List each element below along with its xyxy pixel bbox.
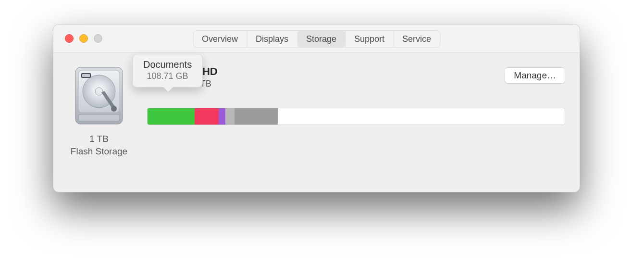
storage-segment-other2[interactable] bbox=[235, 108, 277, 125]
drive-capacity: 1 TB bbox=[63, 133, 135, 145]
tooltip-size: 108.71 GB bbox=[143, 71, 192, 81]
tab-bar: OverviewDisplaysStorageSupportService bbox=[193, 30, 440, 48]
drive-type: Flash Storage bbox=[63, 145, 135, 158]
about-this-mac-window: OverviewDisplaysStorageSupportService bbox=[53, 24, 580, 192]
storage-bar[interactable] bbox=[147, 108, 565, 125]
tab-overview[interactable]: Overview bbox=[193, 31, 247, 47]
tab-displays[interactable]: Displays bbox=[247, 31, 297, 47]
window-controls bbox=[65, 34, 102, 43]
tab-support[interactable]: Support bbox=[345, 31, 393, 47]
storage-tooltip: Documents 108.71 GB bbox=[132, 54, 203, 88]
volume-info: Macintosh HD available of 1 TB bbox=[147, 65, 565, 89]
close-icon[interactable] bbox=[65, 34, 74, 43]
svg-point-5 bbox=[111, 106, 117, 112]
minimize-icon[interactable] bbox=[79, 34, 88, 43]
hard-drive-icon bbox=[73, 64, 125, 127]
svg-rect-8 bbox=[78, 114, 120, 121]
svg-rect-7 bbox=[82, 74, 90, 77]
volume-name: Macintosh HD bbox=[147, 65, 565, 78]
tab-service[interactable]: Service bbox=[393, 31, 440, 47]
drive-summary: 1 TB Flash Storage bbox=[63, 64, 135, 157]
manage-button[interactable]: Manage… bbox=[505, 67, 565, 84]
storage-segment-documents[interactable] bbox=[148, 108, 195, 125]
storage-content: 1 TB Flash Storage Macintosh HD availabl… bbox=[53, 53, 580, 192]
titlebar: OverviewDisplaysStorageSupportService bbox=[53, 25, 580, 53]
storage-segment-apps[interactable] bbox=[195, 108, 219, 125]
zoom-icon bbox=[94, 34, 102, 43]
storage-segment-system[interactable] bbox=[225, 108, 235, 125]
tab-storage[interactable]: Storage bbox=[297, 31, 345, 47]
tooltip-title: Documents bbox=[143, 59, 192, 70]
storage-segment-other1[interactable] bbox=[219, 108, 225, 125]
svg-point-3 bbox=[95, 88, 103, 95]
volume-available: available of 1 TB bbox=[147, 79, 565, 89]
